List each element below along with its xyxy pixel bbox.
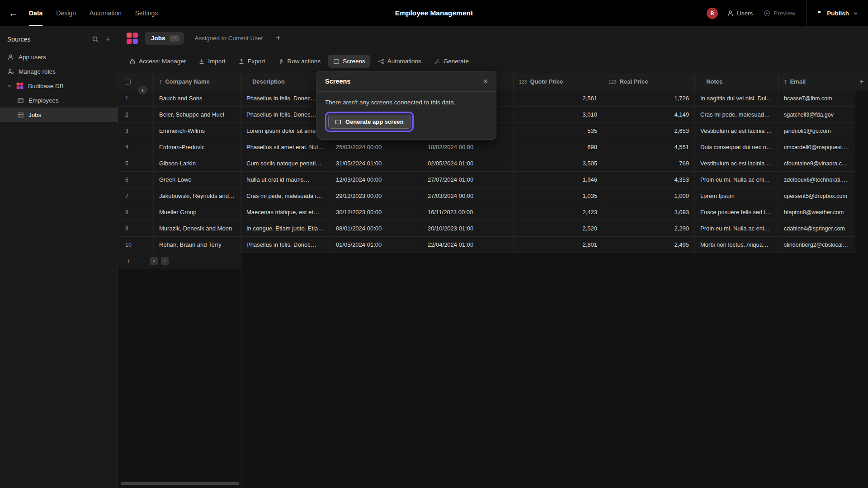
- preview-button[interactable]: Preview: [764, 10, 795, 17]
- table-row[interactable]: 5Gibson-LarkinCum sociis natoque penatib…: [118, 155, 855, 172]
- grid-cell[interactable]: 769: [603, 155, 695, 171]
- automations-button[interactable]: Automations: [373, 55, 426, 68]
- grid-cell[interactable]: bcasse7@ibm.com: [778, 90, 855, 106]
- search-icon[interactable]: [92, 36, 99, 43]
- grid-cell[interactable]: 25/03/2024 00:00: [330, 139, 422, 155]
- tab-jobs[interactable]: Jobs ···: [145, 32, 184, 45]
- row-number[interactable]: 7: [118, 188, 154, 204]
- generate-button[interactable]: Generate: [429, 55, 474, 68]
- select-all-checkbox[interactable]: [125, 79, 131, 84]
- nav-tab-design[interactable]: Design: [56, 0, 76, 26]
- grid-cell[interactable]: 698: [514, 139, 603, 155]
- grid-cell[interactable]: Bauch and Sons: [154, 90, 241, 106]
- grid-cell[interactable]: Proin eu mi. Nulla ac enim. I…: [695, 221, 778, 236]
- grid-cell[interactable]: 1,946: [514, 172, 603, 188]
- add-column-button[interactable]: +: [855, 73, 868, 90]
- grid-cell[interactable]: 22/04/2024 01:00: [422, 237, 514, 253]
- grid-cell[interactable]: zdelboux6@technorati.com: [778, 172, 855, 188]
- row-number[interactable]: 4: [118, 139, 154, 155]
- column-header-company-name[interactable]: TCompany Name: [154, 73, 241, 90]
- table-row[interactable]: 8Mueller GroupMaecenas tristique, est et…: [118, 204, 855, 221]
- grid-cell[interactable]: 1,000: [603, 188, 695, 204]
- grid-cell[interactable]: 1,726: [603, 90, 695, 106]
- grid-cell[interactable]: 27/07/2024 01:00: [422, 172, 514, 188]
- grid-cell[interactable]: cfountaine9@vinaora.com: [778, 155, 855, 171]
- grid-cell[interactable]: Green-Lowe: [154, 172, 241, 188]
- grid-cell[interactable]: cdahlen4@springer.com: [778, 221, 855, 236]
- row-number[interactable]: 9: [118, 221, 154, 236]
- grid-cell[interactable]: 4,149: [603, 107, 695, 122]
- grid-cell[interactable]: Lorem Ipsum: [695, 188, 778, 204]
- grid-cell[interactable]: cpersent5@dropbox.com: [778, 188, 855, 204]
- add-source-button[interactable]: +: [105, 35, 110, 43]
- grid-cell[interactable]: Beier, Schuppe and Huel: [154, 107, 241, 122]
- grid-cell[interactable]: 3,010: [514, 107, 603, 122]
- grid-cell[interactable]: 2,801: [514, 237, 603, 253]
- grid-cell[interactable]: 01/05/2024 01:00: [330, 237, 422, 253]
- tab-assigned-to-current-user[interactable]: Assigned to Current User: [195, 35, 264, 42]
- grid-cell[interactable]: Erdman-Predovic: [154, 139, 241, 155]
- column-header-real-price[interactable]: 123Real Price: [603, 73, 695, 90]
- grid-cell[interactable]: Cras mi pede, malesuada in,…: [241, 188, 330, 204]
- sidebar-item-budibase-db[interactable]: Budibase DB: [0, 79, 118, 93]
- grid-cell[interactable]: In sagittis dui vel nisl. Duis ac…: [695, 90, 778, 106]
- users-button[interactable]: Users: [727, 10, 753, 17]
- grid-cell[interactable]: Jakubowski, Reynolds and…: [154, 188, 241, 204]
- grid-cell[interactable]: Proin eu mi. Nulla ac enim. I…: [695, 172, 778, 188]
- table-row[interactable]: 9Murazik, Denesik and MoenIn congue. Eti…: [118, 221, 855, 237]
- grid-cell[interactable]: Fusce posuere felis sed lacus…: [695, 204, 778, 220]
- grid-cell[interactable]: 29/12/2023 00:00: [330, 188, 422, 204]
- table-row[interactable]: 10Rohan, Braun and TerryPhasellus in fel…: [118, 237, 855, 253]
- generate-app-screen-button[interactable]: Generate app screen: [328, 115, 410, 129]
- grid-cell[interactable]: Phasellus in felis. Donec…: [241, 237, 330, 253]
- grid-cell[interactable]: 1,035: [514, 188, 603, 204]
- row-number[interactable]: 5: [118, 155, 154, 171]
- grid-cell[interactable]: Murazik, Denesik and Moen: [154, 221, 241, 236]
- back-button[interactable]: ←: [0, 0, 26, 26]
- grid-cell[interactable]: In congue. Etiam justo. Etiam…: [241, 221, 330, 236]
- row-number[interactable]: 2: [118, 107, 154, 122]
- grid-cell[interactable]: Gibson-Larkin: [154, 155, 241, 171]
- nav-tab-data[interactable]: Data: [29, 0, 42, 26]
- grid-cell[interactable]: jandrioli1@go.com: [778, 123, 855, 139]
- grid-cell[interactable]: 2,423: [514, 204, 603, 220]
- grid-cell[interactable]: 3,093: [603, 204, 695, 220]
- grid-cell[interactable]: 2,495: [603, 237, 695, 253]
- grid-cell[interactable]: Duis consequat dui nec nisi…: [695, 139, 778, 155]
- grid-cell[interactable]: 18/02/2024 00:00: [422, 139, 514, 155]
- access-button[interactable]: Access: Manager: [124, 55, 191, 68]
- grid-cell[interactable]: 4,551: [603, 139, 695, 155]
- publish-button[interactable]: Publish: [806, 0, 868, 26]
- import-button[interactable]: Import: [193, 55, 230, 68]
- select-all-cell[interactable]: [118, 73, 154, 90]
- row-actions-button[interactable]: Row actions: [273, 55, 326, 68]
- grid-cell[interactable]: 31/05/2024 01:00: [330, 155, 422, 171]
- column-header-email[interactable]: TEmail: [778, 73, 855, 90]
- grid-cell[interactable]: 2,520: [514, 221, 603, 236]
- grid-cell[interactable]: Rohan, Braun and Terry: [154, 237, 241, 253]
- tab-more-icon[interactable]: ···: [170, 35, 179, 42]
- grid-cell[interactable]: Phasellus sit amet erat. Nulla…: [241, 139, 330, 155]
- sidebar-item-app-users[interactable]: App users: [0, 50, 118, 64]
- sidebar-item-manage-roles[interactable]: Manage roles: [0, 64, 118, 79]
- avatar[interactable]: R: [707, 8, 718, 19]
- row-number[interactable]: 10: [118, 237, 154, 253]
- grid-cell[interactable]: 2,290: [603, 221, 695, 236]
- insert-row-badge[interactable]: +: [138, 86, 147, 94]
- grid-cell[interactable]: sgatchell3@fda.gov: [778, 107, 855, 122]
- add-row-button[interactable]: +: [126, 257, 130, 265]
- grid-cell[interactable]: 12/03/2024 00:00: [330, 172, 422, 188]
- grid-cell[interactable]: Vestibulum ac est lacinia nisi…: [695, 155, 778, 171]
- row-number[interactable]: 6: [118, 172, 154, 188]
- grid-cell[interactable]: 3,505: [514, 155, 603, 171]
- row-number[interactable]: 1: [118, 90, 154, 106]
- nav-tab-automation[interactable]: Automation: [90, 0, 122, 26]
- screens-button[interactable]: Screens: [328, 55, 370, 68]
- close-icon[interactable]: ×: [483, 77, 488, 85]
- row-number[interactable]: 8: [118, 204, 154, 220]
- grid-cell[interactable]: Cras mi pede, malesuada in,…: [695, 107, 778, 122]
- grid-cell[interactable]: 08/01/2024 00:00: [330, 221, 422, 236]
- row-number[interactable]: 3: [118, 123, 154, 139]
- grid-cell[interactable]: Maecenas tristique, est et…: [241, 204, 330, 220]
- sidebar-item-employees[interactable]: Employees: [0, 93, 118, 108]
